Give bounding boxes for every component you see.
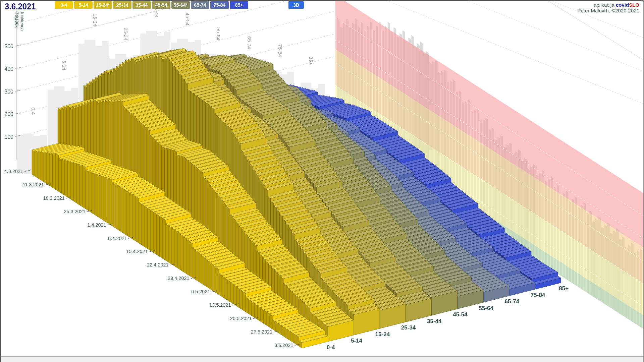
mode-3d-button[interactable]: 3D <box>288 1 304 9</box>
app-credits: aplikacija covidSLO Peter Malovrh, ©2020… <box>578 2 640 13</box>
brand-covid: covid <box>616 2 629 8</box>
current-date: 3.6.2021 <box>5 2 36 11</box>
age-filter-button-5-14[interactable]: 5-14 <box>74 1 93 9</box>
age-filter-button-row: 0-45-1415-24*25-3435-4445-5455-64*65-747… <box>55 1 249 9</box>
age-filter-button-85plus[interactable]: 85+ <box>230 1 248 9</box>
age-filter-button-35-44[interactable]: 35-44 <box>132 1 151 9</box>
age-filter-button-55-64[interactable]: 55-64* <box>171 1 190 9</box>
age-filter-button-25-34[interactable]: 25-34 <box>113 1 131 9</box>
age-filter-button-45-54[interactable]: 45-54 <box>152 1 170 9</box>
brand-slo: SLO <box>629 2 639 8</box>
app-window: 3.6.2021 0-45-1415-24*25-3435-4445-5455-… <box>0 0 644 362</box>
age-filter-button-0-4[interactable]: 0-4 <box>55 1 73 9</box>
window-frame-left <box>0 0 1 362</box>
window-frame-top <box>0 0 644 1</box>
app-title: aplikacija covidSLO <box>578 2 640 8</box>
age-filter-button-15-24[interactable]: 15-24* <box>94 1 112 9</box>
age-filter-button-75-84[interactable]: 75-84 <box>210 1 229 9</box>
window-bottom-bar <box>1 356 644 362</box>
incidence-3d-chart[interactable] <box>0 0 644 362</box>
author-line: Peter Malovrh, ©2020-2021 <box>578 8 640 13</box>
age-filter-button-65-74[interactable]: 65-74 <box>191 1 209 9</box>
